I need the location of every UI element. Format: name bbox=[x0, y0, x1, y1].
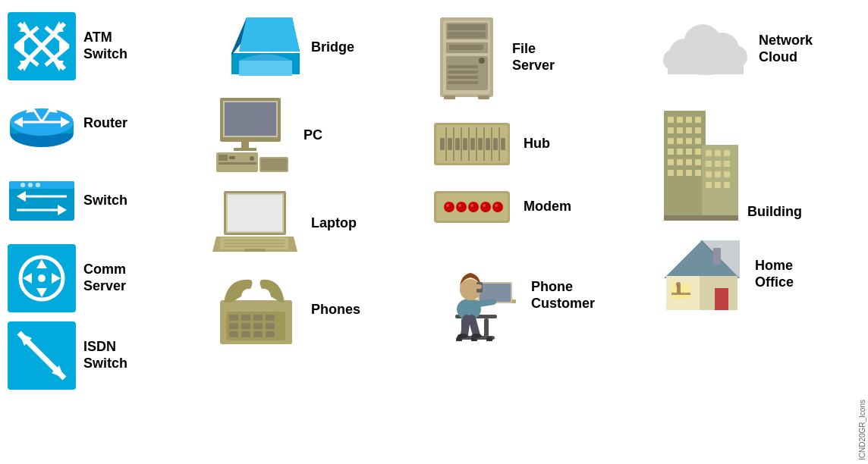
svg-point-150 bbox=[471, 334, 482, 338]
svg-rect-27 bbox=[9, 181, 74, 189]
network-cloud-label: NetworkCloud bbox=[759, 33, 813, 65]
atm-switch-label: ATMSwitch bbox=[83, 30, 127, 62]
svg-rect-70 bbox=[224, 246, 285, 247]
svg-rect-117 bbox=[486, 138, 490, 150]
svg-rect-90 bbox=[448, 32, 486, 38]
svg-rect-193 bbox=[706, 182, 712, 188]
phone-customer-label: PhoneCustomer bbox=[531, 279, 595, 312]
svg-rect-81 bbox=[266, 323, 275, 329]
bridge-icon bbox=[212, 14, 300, 82]
svg-rect-80 bbox=[253, 323, 263, 329]
svg-rect-77 bbox=[266, 315, 275, 321]
svg-rect-195 bbox=[724, 182, 730, 188]
svg-rect-84 bbox=[253, 331, 263, 337]
atm-switch-icon bbox=[8, 12, 76, 80]
svg-rect-196 bbox=[664, 215, 738, 221]
file-server-row: FileServer bbox=[432, 8, 645, 107]
svg-rect-174 bbox=[695, 149, 701, 155]
svg-rect-76 bbox=[253, 315, 263, 321]
modem-icon bbox=[432, 187, 512, 227]
svg-rect-175 bbox=[668, 159, 674, 165]
svg-rect-179 bbox=[668, 170, 674, 176]
svg-rect-173 bbox=[686, 149, 692, 155]
svg-rect-95 bbox=[448, 65, 478, 68]
svg-rect-57 bbox=[219, 155, 228, 161]
bridge-label: Bridge bbox=[311, 39, 354, 56]
isdn-switch-label: ISDNSwitch bbox=[83, 339, 127, 372]
switch-label: Switch bbox=[83, 193, 127, 209]
svg-rect-75 bbox=[241, 315, 250, 321]
svg-rect-206 bbox=[713, 248, 721, 265]
svg-rect-119 bbox=[501, 138, 505, 150]
svg-rect-100 bbox=[478, 96, 489, 99]
svg-rect-166 bbox=[695, 127, 701, 133]
center-right-column: FileServer bbox=[425, 0, 653, 464]
svg-rect-89 bbox=[448, 24, 486, 30]
svg-point-127 bbox=[446, 204, 449, 207]
svg-rect-185 bbox=[715, 150, 721, 156]
svg-rect-134 bbox=[484, 318, 489, 337]
svg-point-203 bbox=[676, 282, 681, 287]
svg-rect-54 bbox=[241, 142, 249, 148]
pc-label: PC bbox=[303, 127, 322, 144]
svg-rect-201 bbox=[671, 284, 690, 299]
svg-point-124 bbox=[468, 202, 479, 212]
svg-marker-49 bbox=[239, 17, 300, 52]
switch-row: Switch bbox=[8, 162, 197, 240]
svg-rect-83 bbox=[241, 331, 250, 337]
left-column: ATMSwitch bbox=[0, 0, 205, 464]
network-cloud-icon bbox=[660, 19, 751, 80]
switch-icon bbox=[8, 167, 76, 235]
svg-rect-181 bbox=[686, 170, 692, 176]
svg-rect-62 bbox=[261, 158, 287, 171]
svg-rect-165 bbox=[686, 127, 692, 133]
svg-rect-114 bbox=[463, 138, 467, 150]
main-page: ATMSwitch bbox=[0, 0, 868, 464]
svg-rect-182 bbox=[695, 170, 701, 176]
comm-server-label: CommServer bbox=[83, 262, 126, 294]
svg-line-148 bbox=[472, 318, 476, 335]
router-row: Router bbox=[8, 85, 197, 162]
svg-rect-204 bbox=[671, 293, 690, 295]
file-server-icon bbox=[432, 14, 501, 101]
laptop-icon bbox=[212, 190, 300, 258]
svg-line-147 bbox=[464, 318, 467, 335]
pc-row: PC bbox=[212, 92, 417, 180]
svg-point-130 bbox=[483, 204, 486, 207]
svg-point-33 bbox=[28, 183, 33, 187]
router-label: Router bbox=[83, 115, 127, 132]
comm-server-icon bbox=[8, 244, 76, 312]
phone-customer-row: PhoneCustomer bbox=[432, 244, 645, 347]
svg-point-126 bbox=[492, 202, 503, 212]
svg-rect-186 bbox=[724, 150, 730, 156]
svg-point-131 bbox=[495, 204, 498, 207]
phones-row: Phones bbox=[212, 268, 417, 352]
svg-rect-190 bbox=[706, 171, 712, 177]
svg-rect-172 bbox=[677, 149, 683, 155]
svg-rect-68 bbox=[224, 240, 285, 241]
svg-rect-180 bbox=[677, 170, 683, 176]
pc-icon bbox=[212, 98, 292, 174]
svg-rect-194 bbox=[715, 182, 721, 188]
svg-rect-160 bbox=[677, 117, 683, 123]
svg-point-34 bbox=[36, 183, 40, 187]
svg-point-94 bbox=[479, 58, 485, 64]
svg-rect-99 bbox=[444, 96, 455, 99]
svg-rect-85 bbox=[266, 331, 275, 337]
svg-point-41 bbox=[38, 274, 46, 282]
svg-rect-60 bbox=[219, 162, 256, 165]
laptop-label: Laptop bbox=[311, 215, 357, 232]
svg-rect-112 bbox=[448, 138, 452, 150]
right-column: NetworkCloud bbox=[653, 0, 868, 464]
svg-point-149 bbox=[458, 334, 468, 338]
svg-point-128 bbox=[458, 204, 461, 207]
svg-rect-162 bbox=[695, 117, 701, 123]
phones-label: Phones bbox=[311, 302, 360, 318]
home-office-icon bbox=[660, 237, 747, 312]
watermark: ICND20GR_Icons bbox=[858, 400, 866, 460]
svg-rect-202 bbox=[677, 286, 681, 293]
svg-rect-171 bbox=[668, 149, 674, 155]
modem-row: Modem bbox=[432, 181, 645, 233]
building-label: Building bbox=[747, 204, 802, 221]
svg-rect-168 bbox=[677, 138, 683, 144]
